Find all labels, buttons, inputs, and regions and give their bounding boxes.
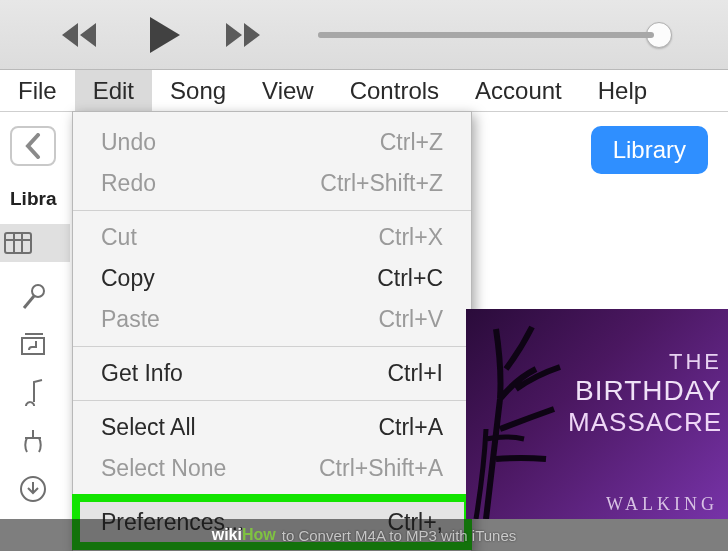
menu-bar: File Edit Song View Controls Account Hel… [0, 70, 728, 112]
previous-track-icon[interactable] [60, 21, 104, 49]
separator [73, 346, 471, 347]
grid-icon [4, 232, 32, 254]
sidebar-item-grid[interactable] [0, 224, 70, 262]
menu-account[interactable]: Account [457, 70, 580, 111]
separator [73, 400, 471, 401]
playback-controls [60, 15, 268, 55]
menu-file[interactable]: File [0, 70, 75, 111]
menu-cut[interactable]: CutCtrl+X [73, 217, 471, 258]
album-art[interactable]: THE BIRTHDAY MASSACRE WALKING [466, 309, 728, 519]
play-icon[interactable] [144, 15, 184, 55]
next-track-icon[interactable] [224, 21, 268, 49]
microphone-icon[interactable] [20, 284, 46, 310]
download-icon[interactable] [20, 476, 46, 502]
library-heading: Libra [0, 188, 80, 210]
album-stack-icon[interactable] [19, 332, 47, 356]
separator [73, 210, 471, 211]
tree-illustration [466, 309, 576, 519]
left-rail: Libra [0, 126, 66, 502]
caption-bar: wikiHow to Convert M4A to MP3 with iTune… [0, 519, 728, 551]
menu-select-all[interactable]: Select AllCtrl+A [73, 407, 471, 448]
wikihow-logo: wikiHow [212, 526, 276, 544]
svg-point-4 [32, 285, 44, 297]
menu-select-none[interactable]: Select NoneCtrl+Shift+A [73, 448, 471, 489]
edit-dropdown: UndoCtrl+Z RedoCtrl+Shift+Z CutCtrl+X Co… [72, 111, 472, 551]
album-title: THE BIRTHDAY MASSACRE [568, 349, 722, 438]
genres-icon[interactable] [19, 428, 47, 454]
volume-thumb[interactable] [646, 22, 672, 48]
menu-help[interactable]: Help [580, 70, 665, 111]
menu-redo[interactable]: RedoCtrl+Shift+Z [73, 163, 471, 204]
menu-view[interactable]: View [244, 70, 332, 111]
caption-text: to Convert M4A to MP3 with iTunes [282, 527, 517, 544]
album-subtitle: WALKING [606, 494, 718, 515]
menu-controls[interactable]: Controls [332, 70, 457, 111]
music-note-icon[interactable] [22, 378, 44, 406]
menu-get-info[interactable]: Get InfoCtrl+I [73, 353, 471, 394]
menu-copy[interactable]: CopyCtrl+C [73, 258, 471, 299]
svg-line-5 [24, 296, 34, 308]
separator [73, 495, 471, 496]
svg-rect-0 [5, 233, 31, 253]
library-button[interactable]: Library [591, 126, 708, 174]
chevron-left-icon [24, 133, 42, 159]
menu-song[interactable]: Song [152, 70, 244, 111]
volume-slider[interactable] [318, 32, 668, 38]
menu-paste[interactable]: PasteCtrl+V [73, 299, 471, 340]
back-button[interactable] [10, 126, 56, 166]
player-bar [0, 0, 728, 70]
menu-undo[interactable]: UndoCtrl+Z [73, 122, 471, 163]
menu-edit[interactable]: Edit [75, 70, 152, 111]
